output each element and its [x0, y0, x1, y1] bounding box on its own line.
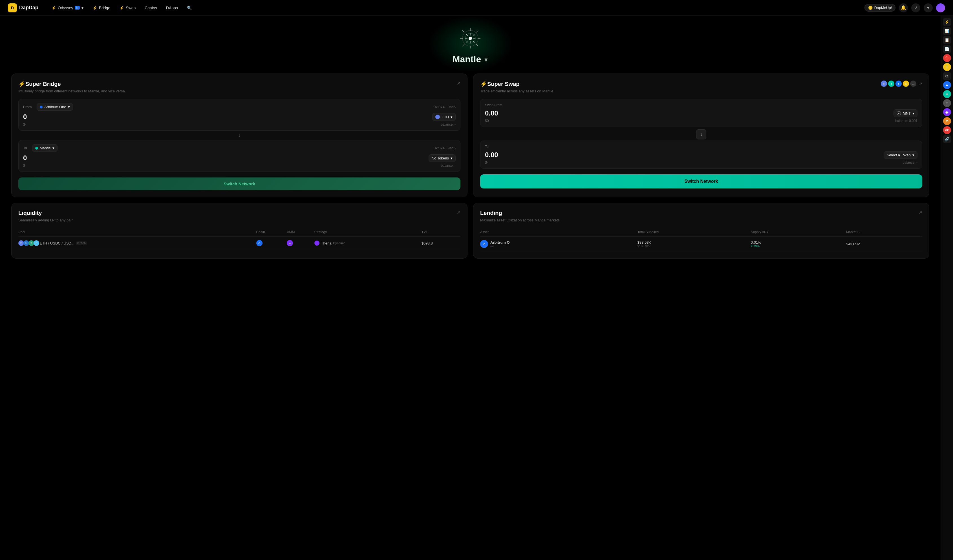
swap-to-usd: $-	[485, 161, 488, 164]
swap-from-amount[interactable]: 0.00	[485, 109, 498, 117]
swap-icon-1: ●	[881, 80, 887, 87]
sidebar-op-chain[interactable]: OP	[943, 126, 951, 134]
bridge-from-header: From Arbitrum One ▾ 0xf874...9ac6	[23, 103, 456, 111]
nav-odyssey[interactable]: ⚡ Odyssey N ▾	[47, 4, 87, 12]
svg-line-8	[476, 31, 478, 32]
hero-title-text: Mantle	[453, 54, 481, 65]
svg-line-14	[466, 34, 468, 36]
swap-to-field: To 0.00 Select a Token ▾ $- balance: -	[480, 141, 922, 169]
bridge-swap-arrow[interactable]: ↓	[18, 132, 461, 138]
swap-icon-2: ●	[888, 80, 894, 87]
liquidity-table-wrap: Pool Chain AMM Strategy TVL	[18, 228, 461, 250]
sidebar-white-chain[interactable]: ○	[943, 99, 951, 107]
pool-cell: E U T C ETH / USDC / USD... 0.05%	[18, 237, 256, 250]
table-row[interactable]: E U T C ETH / USDC / USD... 0.05%	[18, 237, 461, 250]
sidebar-green-chain[interactable]: ✦	[943, 90, 951, 98]
total-supplied-cell: $33.53K $100.32K	[638, 237, 751, 252]
sidebar-settings-icon[interactable]: ⚙	[943, 72, 951, 80]
sidebar-list-icon[interactable]: 📋	[943, 36, 951, 44]
liquidity-card: Liquidity ↗ Seamlessly adding LP to any …	[11, 203, 467, 258]
sidebar-purple-chain[interactable]: ◆	[943, 108, 951, 116]
nav-dapps[interactable]: DApps	[162, 4, 182, 12]
nav-links: ⚡ Odyssey N ▾ ⚡ Bridge ⚡ Swap Chains DAp…	[47, 4, 865, 12]
nav-search[interactable]: 🔍	[183, 4, 196, 12]
supply-apy-sub: 2.79%	[751, 244, 846, 248]
lending-external-icon[interactable]: ↗	[919, 210, 922, 215]
nav-bridge[interactable]: ⚡ Bridge	[88, 4, 114, 12]
menu-chevron[interactable]: ▾	[924, 3, 933, 12]
user-avatar[interactable]	[936, 3, 945, 12]
lending-table: Asset Total Supplied Supply APY Market S…	[480, 228, 922, 252]
bridge-icon: ⚡	[93, 6, 97, 10]
top-cards-grid: ⚡Super Bridge ↗ Intuitively bridge from …	[11, 74, 929, 197]
bridge-action-button[interactable]: Switch Network	[18, 178, 461, 190]
swap-from-label: Swap From	[485, 103, 917, 107]
col-market-size: Market Si	[846, 228, 922, 237]
supply-apy-main: 0.01%	[751, 240, 846, 244]
sidebar-link-icon[interactable]: 🔗	[943, 135, 951, 143]
liquidity-card-subtitle: Seamlessly adding LP to any pair	[18, 218, 461, 222]
bridge-external-icon[interactable]: ↗	[457, 80, 461, 86]
logo[interactable]: D DapDap	[8, 3, 38, 12]
bridge-from-address: 0xf874...9ac6	[434, 105, 456, 109]
sidebar-doc-icon[interactable]: 📄	[943, 45, 951, 53]
hero-chevron[interactable]: ∨	[484, 56, 488, 63]
pool-icon-eth: E	[18, 240, 24, 246]
hero-title-row: Mantle ∨	[11, 54, 929, 65]
swap-action-button[interactable]: Switch Network	[480, 174, 922, 189]
sidebar-mantle-chain[interactable]: M	[943, 117, 951, 125]
logo-icon: D	[8, 3, 17, 12]
swap-direction-button[interactable]: ↓	[696, 129, 706, 139]
from-token-chevron: ▾	[450, 115, 453, 119]
liquidity-table: Pool Chain AMM Strategy TVL	[18, 228, 461, 250]
swap-external-icon[interactable]: ↗	[919, 81, 922, 87]
strategy-name: Thena	[321, 241, 332, 245]
main-content: Mantle ∨ ⚡Super Bridge ↗ Intuitively bri…	[0, 16, 941, 270]
col-total-supplied: Total Supplied	[638, 228, 751, 237]
bridge-to-amount-row: 0 No Tokens ▾	[23, 154, 456, 162]
col-tvl: TVL	[422, 228, 461, 237]
svg-line-6	[463, 31, 464, 32]
dapmeu-button[interactable]: 🪙 DapMeUp!	[865, 4, 896, 12]
pool-fee: 0.05%	[76, 241, 87, 245]
table-row[interactable]: A Arbitrum O ne $33.53K $100.32K	[480, 237, 922, 252]
bridge-from-amount-row: 0 ETH ▾	[23, 113, 456, 121]
svg-line-15	[473, 41, 475, 43]
expand-button[interactable]: ⤢	[911, 3, 920, 12]
swap-card-header: ⚡Super Swap ● ● ● ● … ↗	[480, 80, 922, 87]
sidebar-blue-chain[interactable]: ●	[943, 81, 951, 89]
bridge-from-amount[interactable]: 0	[23, 113, 27, 121]
notification-button[interactable]: 🔔	[899, 3, 908, 12]
hero-section: Mantle ∨	[11, 16, 929, 74]
liquidity-external-icon[interactable]: ↗	[457, 210, 461, 215]
chain-cell: A	[256, 237, 287, 250]
nav-swap[interactable]: ⚡ Swap	[115, 4, 140, 12]
sidebar-yellow-chain[interactable]: T	[943, 63, 951, 71]
swap-from-token-btn[interactable]: MNT ▾	[894, 109, 917, 117]
sidebar-analytics-icon[interactable]: 📊	[943, 27, 951, 35]
sidebar-red-chain[interactable]: 🔴	[943, 54, 951, 62]
bridge-to-network-btn[interactable]: Mantle ▾	[32, 144, 57, 152]
swap-from-amount-row: 0.00 MNT ▾	[485, 109, 917, 117]
bridge-card-title: ⚡Super Bridge	[18, 80, 61, 87]
amm-cell: ▲	[287, 237, 314, 250]
swap-icon-4: ●	[903, 80, 909, 87]
from-network-chevron: ▾	[68, 105, 70, 109]
bridge-from-label: From	[23, 105, 32, 109]
market-size-cell: $43.65M	[846, 237, 922, 252]
to-token-chevron: ▾	[450, 156, 453, 160]
bell-icon: 🔔	[900, 5, 906, 11]
swap-to-token-btn[interactable]: Select a Token ▾	[884, 151, 917, 159]
supply-apy-cell: 0.01% 2.79%	[751, 237, 846, 252]
nav-chains[interactable]: Chains	[141, 4, 161, 12]
to-token-chevron: ▾	[913, 153, 914, 157]
amm-icon: ▲	[287, 240, 293, 246]
bridge-from-token-btn[interactable]: ETH ▾	[432, 113, 456, 121]
lending-card-title: Lending	[480, 210, 502, 217]
svg-line-17	[466, 41, 468, 43]
bridge-to-token-btn[interactable]: No Tokens ▾	[428, 155, 456, 162]
swap-icon-more: …	[910, 80, 916, 87]
sidebar-bridge-icon[interactable]: ⚡	[943, 18, 951, 26]
bridge-from-network-btn[interactable]: Arbitrum One ▾	[37, 103, 73, 111]
arbitrum-dot	[40, 106, 43, 108]
